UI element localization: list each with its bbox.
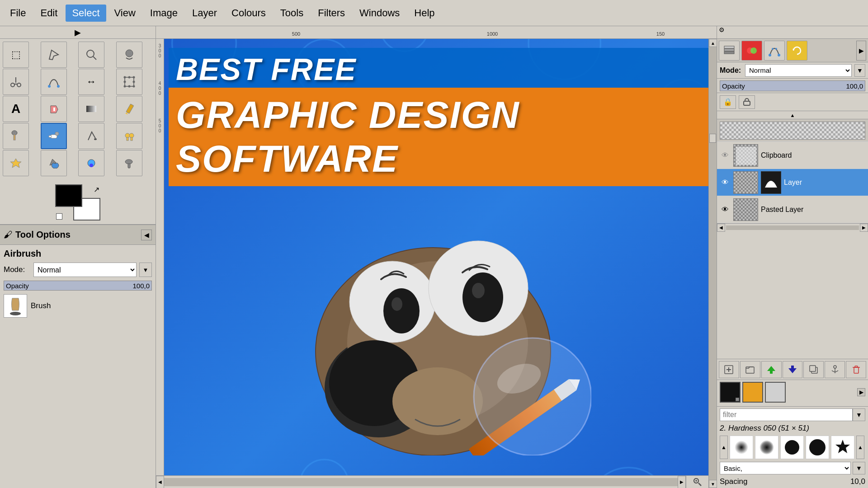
opacity-slider-value: 100,0 xyxy=(132,282,150,290)
canvas-content[interactable]: BEST FREE GRAPHIC DESIGN SOFTWARE xyxy=(164,39,717,488)
brush-presets-scroll-down[interactable]: ▲ xyxy=(856,436,864,459)
brush-preset-3[interactable] xyxy=(780,436,804,459)
brush-category-select[interactable]: Basic, xyxy=(720,462,851,474)
palette-options-icon[interactable]: ▶ xyxy=(857,388,865,396)
svg-line-2 xyxy=(93,56,96,60)
text-tool[interactable]: A xyxy=(3,96,29,122)
layers-opacity-slider[interactable]: Opacity 100,0 xyxy=(720,80,865,91)
new-layer-group-button[interactable] xyxy=(740,361,760,378)
foreground-color-swatch[interactable] xyxy=(55,184,82,207)
scroll-right-button[interactable]: ▶ xyxy=(678,476,686,488)
menu-filters[interactable]: Filters xyxy=(311,5,351,22)
mode-dropdown-arrow[interactable]: ▼ xyxy=(139,263,152,277)
transform-tool[interactable] xyxy=(116,69,142,95)
brush-preset-5[interactable] xyxy=(831,436,854,459)
scroll-down-button[interactable]: ▼ xyxy=(709,480,717,488)
right-panel: ▶ Mode: Normal ▼ Opacity 100,0 🔒 ▲ xyxy=(717,39,868,488)
list-item[interactable]: 👁 Pasted Layer xyxy=(717,196,868,223)
layer-lock-icon[interactable]: 🔒 xyxy=(720,95,736,109)
menu-image[interactable]: Image xyxy=(144,5,184,22)
flip-tool[interactable]: ↔ xyxy=(78,69,104,95)
heal-tool[interactable] xyxy=(3,150,29,176)
raise-layer-button[interactable] xyxy=(761,361,782,378)
scroll-left-button[interactable]: ◀ xyxy=(156,476,164,488)
list-item[interactable]: 👁 Clipboard xyxy=(717,142,868,169)
menu-select[interactable]: Select xyxy=(66,5,106,22)
layers-scroll-up[interactable]: ▲ xyxy=(717,111,868,119)
canvas-vertical-scrollbar[interactable]: ▲ ▼ xyxy=(708,39,717,488)
swap-colors-icon[interactable]: ↗ xyxy=(94,185,99,194)
smudge-tool[interactable] xyxy=(116,150,142,176)
new-layer-button[interactable] xyxy=(719,361,739,378)
layers-hscroll[interactable]: ◀ ▶ xyxy=(717,223,868,231)
svg-point-100 xyxy=(809,439,826,455)
paths-tool[interactable] xyxy=(41,69,67,95)
gradient-tool[interactable] xyxy=(78,96,104,122)
scroll-up-button[interactable]: ▲ xyxy=(709,39,717,47)
menu-help[interactable]: Help xyxy=(408,5,441,22)
paintbrush-tool[interactable] xyxy=(3,123,29,149)
pencil-tool[interactable] xyxy=(116,96,142,122)
menu-file[interactable]: File xyxy=(4,5,32,22)
undo-history-icon[interactable] xyxy=(787,41,807,61)
layers-hscroll-track[interactable] xyxy=(726,225,859,230)
scroll-track-horizontal[interactable] xyxy=(164,478,678,486)
select-free-tool[interactable] xyxy=(41,42,67,68)
airbrush-tool[interactable] xyxy=(41,123,67,149)
layers-section[interactable]: ▲ 👁 Clipboard 👁 Layer xyxy=(717,111,868,359)
select-color-tool[interactable] xyxy=(116,42,142,68)
right-panel-collapse[interactable]: ▶ xyxy=(856,41,866,61)
select-fuzzy-tool[interactable] xyxy=(78,42,104,68)
layer-eye-pasted[interactable]: 👁 xyxy=(720,204,731,215)
zoom-button[interactable] xyxy=(686,476,708,488)
lower-layer-button[interactable] xyxy=(783,361,803,378)
menu-view[interactable]: View xyxy=(108,5,142,22)
menu-colours[interactable]: Colours xyxy=(225,5,272,22)
brush-preset-4[interactable] xyxy=(806,436,829,459)
palette-swatch-orange[interactable] xyxy=(742,382,763,403)
list-item[interactable] xyxy=(717,119,868,142)
layer-eye-clipboard[interactable]: 👁 xyxy=(720,150,731,161)
layer-eye-main[interactable]: 👁 xyxy=(720,177,731,188)
menu-tools[interactable]: Tools xyxy=(274,5,310,22)
layers-scroll-left[interactable]: ◀ xyxy=(717,224,725,232)
fill-tool[interactable] xyxy=(41,96,67,122)
channels-icon[interactable] xyxy=(741,41,762,61)
brush-category-dropdown[interactable]: ▼ xyxy=(853,462,865,474)
layer-lock-alpha-icon[interactable] xyxy=(739,95,755,109)
palette-swatch-gray[interactable] xyxy=(765,382,786,403)
ink-tool[interactable] xyxy=(78,123,104,149)
blend-tool[interactable] xyxy=(78,150,104,176)
duplicate-layer-button[interactable] xyxy=(803,361,824,378)
bucket-fill-tool[interactable] xyxy=(41,150,67,176)
menu-windows[interactable]: Windows xyxy=(353,5,406,22)
svg-point-98 xyxy=(760,440,774,455)
layers-scroll-right[interactable]: ▶ xyxy=(860,224,868,232)
menu-layer[interactable]: Layer xyxy=(186,5,223,22)
anchor-layer-button[interactable] xyxy=(825,361,845,378)
brush-presets-scroll-up[interactable]: ▲ xyxy=(720,436,728,459)
canvas-area[interactable]: 300 400 500 xyxy=(156,39,717,488)
brush-preset-1[interactable] xyxy=(730,436,753,459)
brush-preset-2[interactable] xyxy=(755,436,778,459)
select-rect-tool[interactable]: ⬚ xyxy=(3,42,29,68)
layers-mode-dropdown[interactable]: ▼ xyxy=(854,64,865,77)
scroll-track-vertical[interactable] xyxy=(709,47,717,480)
tool-options-collapse[interactable]: ◀ xyxy=(141,230,152,240)
mode-option-select[interactable]: Normal xyxy=(33,263,137,277)
scroll-thumb-vertical[interactable] xyxy=(709,134,716,143)
delete-layer-button[interactable] xyxy=(846,361,866,378)
clone-tool[interactable] xyxy=(116,123,142,149)
svg-point-77 xyxy=(778,54,780,56)
layers-mode-select[interactable]: Normal xyxy=(745,64,852,77)
palette-fg-color[interactable] xyxy=(720,382,741,403)
paths-panel-icon[interactable] xyxy=(764,41,785,61)
layers-icon[interactable] xyxy=(719,41,740,61)
brush-filter-input[interactable] xyxy=(720,408,853,421)
menu-edit[interactable]: Edit xyxy=(34,5,64,22)
opacity-slider[interactable]: Opacity 100,0 xyxy=(4,281,152,291)
reset-colors-icon[interactable] xyxy=(56,213,62,220)
list-item[interactable]: 👁 Layer xyxy=(717,169,868,196)
scissors-tool[interactable] xyxy=(3,69,29,95)
filter-dropdown-button[interactable]: ▼ xyxy=(853,408,865,421)
